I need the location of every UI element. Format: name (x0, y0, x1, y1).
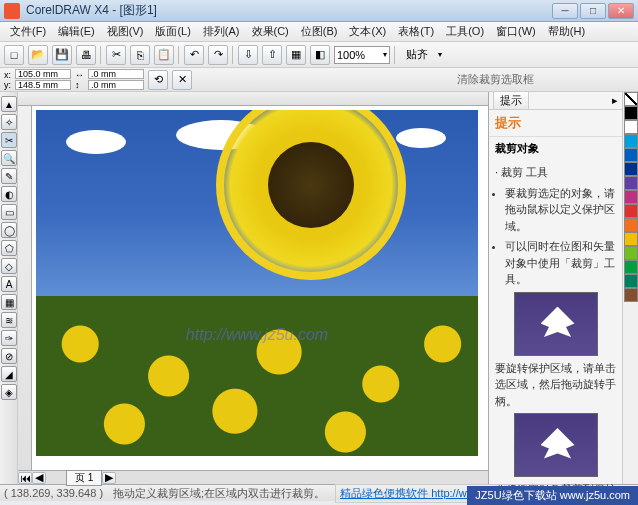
print-button[interactable]: 🖶 (76, 45, 96, 65)
interactive-fill-tool[interactable]: ◈ (1, 384, 17, 400)
xy-icon: x:y: (4, 70, 11, 90)
shape-tool[interactable]: ✧ (1, 114, 17, 130)
zoom-select[interactable]: 100%▾ (334, 46, 390, 64)
rotate-button[interactable]: ⟲ (148, 70, 168, 90)
size-w-input[interactable] (88, 69, 144, 79)
menu-arrange[interactable]: 排列(A) (197, 22, 246, 41)
freehand-tool[interactable]: ✎ (1, 168, 17, 184)
table-tool[interactable]: ▦ (1, 294, 17, 310)
menu-view[interactable]: 视图(V) (101, 22, 150, 41)
canvas-area: http://www.jz5u.com ⏮ ◀ 页 1 ▶ (18, 92, 488, 484)
no-color-swatch[interactable] (624, 92, 638, 106)
color-swatch[interactable] (624, 176, 638, 190)
ruler-vertical[interactable] (18, 106, 32, 470)
hint-text-2: 要旋转保护区域，请单击选区域，然后拖动旋转手柄。 (495, 360, 616, 410)
welcome-button[interactable]: ◧ (310, 45, 330, 65)
color-swatch[interactable] (624, 134, 638, 148)
menu-tools[interactable]: 工具(O) (440, 22, 490, 41)
rectangle-tool[interactable]: ▭ (1, 204, 17, 220)
minimize-button[interactable]: ─ (552, 3, 578, 19)
docker-heading: 提示 (489, 110, 622, 137)
hints-docker: 提示▸ 提示 裁剪对象 · 裁剪 工具 要裁剪选定的对象，请拖动鼠标以定义保护区… (488, 92, 622, 484)
page-tab[interactable]: 页 1 (66, 470, 102, 486)
menu-bitmap[interactable]: 位图(B) (295, 22, 344, 41)
color-swatch[interactable] (624, 274, 638, 288)
menu-help[interactable]: 帮助(H) (542, 22, 591, 41)
basic-shapes-tool[interactable]: ◇ (1, 258, 17, 274)
docker-subheading: 裁剪对象 (489, 137, 622, 160)
undo-button[interactable]: ↶ (184, 45, 204, 65)
clear-crop-button[interactable]: ✕ (172, 70, 192, 90)
color-swatch[interactable] (624, 218, 638, 232)
new-button[interactable]: □ (4, 45, 24, 65)
ruler-horizontal[interactable] (18, 92, 488, 106)
page-navigator: ⏮ ◀ 页 1 ▶ (18, 470, 488, 484)
menu-edit[interactable]: 编辑(E) (52, 22, 101, 41)
redo-button[interactable]: ↷ (208, 45, 228, 65)
crop-tool[interactable]: ✂ (1, 132, 17, 148)
color-swatch[interactable] (624, 106, 638, 120)
status-hint: 拖动定义裁剪区域;在区域内双击进行裁剪。 (113, 486, 325, 501)
page-prev-button[interactable]: ◀ (32, 472, 46, 484)
blend-tool[interactable]: ≋ (1, 312, 17, 328)
color-swatch[interactable] (624, 162, 638, 176)
docker-tab-label[interactable]: 提示 (493, 91, 529, 110)
save-button[interactable]: 💾 (52, 45, 72, 65)
color-swatch[interactable] (624, 288, 638, 302)
pos-x-input[interactable] (15, 69, 71, 79)
color-swatch[interactable] (624, 120, 638, 134)
open-button[interactable]: 📂 (28, 45, 48, 65)
propbar-hint: 清除裁剪选取框 (457, 72, 534, 87)
maximize-button[interactable]: □ (580, 3, 606, 19)
titlebar: CorelDRAW X4 - [图形1] ─ □ ✕ (0, 0, 638, 22)
menu-text[interactable]: 文本(X) (343, 22, 392, 41)
window-title: CorelDRAW X4 - [图形1] (26, 2, 552, 19)
snap-label[interactable]: 贴齐 (400, 47, 434, 62)
polygon-tool[interactable]: ⬠ (1, 240, 17, 256)
size-h-input[interactable] (88, 80, 144, 90)
menu-file[interactable]: 文件(F) (4, 22, 52, 41)
eyedropper-tool[interactable]: ✑ (1, 330, 17, 346)
page-first-button[interactable]: ⏮ (18, 472, 32, 484)
tool-name-line: · 裁剪 工具 (495, 164, 616, 181)
menu-window[interactable]: 窗口(W) (490, 22, 542, 41)
color-swatch[interactable] (624, 260, 638, 274)
fill-tool[interactable]: ◢ (1, 366, 17, 382)
cut-button[interactable]: ✂ (106, 45, 126, 65)
smart-fill-tool[interactable]: ◐ (1, 186, 17, 202)
paste-button[interactable]: 📋 (154, 45, 174, 65)
cursor-coords: ( 138.269, 339.648 ) (4, 487, 103, 499)
import-button[interactable]: ⇩ (238, 45, 258, 65)
site-banner: JZ5U绿色下载站 www.jz5u.com (467, 486, 638, 505)
color-swatch[interactable] (624, 148, 638, 162)
property-bar: x:y: ↔↕ ⟲ ✕ 清除裁剪选取框 (0, 68, 638, 92)
text-tool[interactable]: A (1, 276, 17, 292)
zoom-tool[interactable]: 🔍 (1, 150, 17, 166)
color-swatch[interactable] (624, 246, 638, 260)
color-swatch[interactable] (624, 190, 638, 204)
menu-layout[interactable]: 版面(L) (149, 22, 196, 41)
main-toolbar: □ 📂 💾 🖶 ✂ ⎘ 📋 ↶ ↷ ⇩ ⇧ ▦ ◧ 100%▾ 贴齐▾ (0, 42, 638, 68)
pick-tool[interactable]: ▲ (1, 96, 17, 112)
close-button[interactable]: ✕ (608, 3, 634, 19)
menu-effects[interactable]: 效果(C) (246, 22, 295, 41)
outline-tool[interactable]: ⊘ (1, 348, 17, 364)
docker-close-icon[interactable]: ▸ (612, 94, 618, 107)
hint-thumbnail-1 (514, 292, 598, 356)
ellipse-tool[interactable]: ◯ (1, 222, 17, 238)
menubar: 文件(F) 编辑(E) 视图(V) 版面(L) 排列(A) 效果(C) 位图(B… (0, 22, 638, 42)
pos-y-input[interactable] (15, 80, 71, 90)
workspace: ▲ ✧ ✂ 🔍 ✎ ◐ ▭ ◯ ⬠ ◇ A ▦ ≋ ✑ ⊘ ◢ ◈ (0, 92, 638, 484)
canvas[interactable]: http://www.jz5u.com (32, 106, 488, 470)
color-swatch[interactable] (624, 232, 638, 246)
wh-icon: ↔↕ (75, 70, 84, 90)
page-next-button[interactable]: ▶ (102, 472, 116, 484)
sunflower-image[interactable]: http://www.jz5u.com (36, 110, 478, 456)
menu-table[interactable]: 表格(T) (392, 22, 440, 41)
color-palette (622, 92, 638, 484)
export-button[interactable]: ⇧ (262, 45, 282, 65)
copy-button[interactable]: ⎘ (130, 45, 150, 65)
app-logo-icon (4, 3, 20, 19)
color-swatch[interactable] (624, 204, 638, 218)
app-launcher-button[interactable]: ▦ (286, 45, 306, 65)
